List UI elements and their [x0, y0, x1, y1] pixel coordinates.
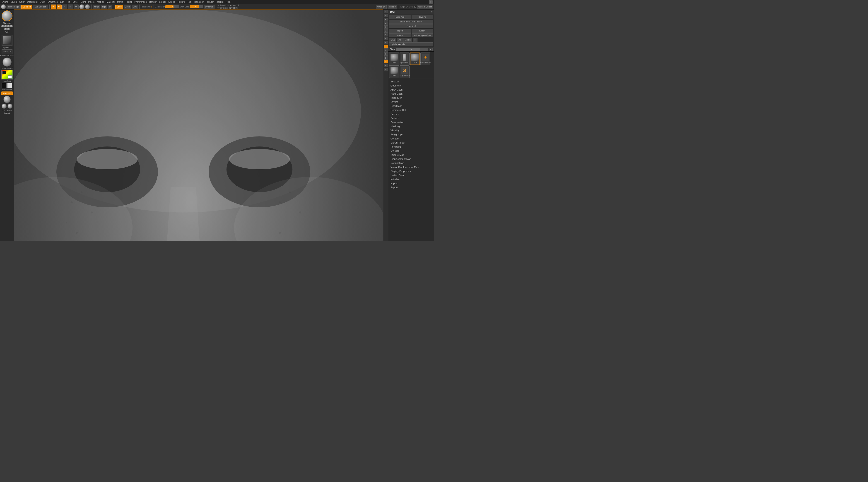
- dot-brush-6[interactable]: [7, 28, 10, 30]
- menu-zscript[interactable]: Zscript: [215, 1, 224, 3]
- lightbox-button[interactable]: LightBox: [21, 5, 32, 9]
- menu-item-display-properties[interactable]: Display Properties: [388, 169, 434, 173]
- clara-slider[interactable]: 48: [396, 48, 428, 51]
- zsub-button[interactable]: Zsub: [124, 5, 131, 9]
- r-button[interactable]: R: [413, 38, 418, 42]
- right-strip-btn-3[interactable]: ◈: [384, 18, 388, 21]
- menu-texture[interactable]: Texture: [176, 1, 186, 3]
- standard-brush-icon[interactable]: [2, 10, 12, 21]
- menu-item-surface[interactable]: Surface: [388, 116, 434, 120]
- menu-item-displacement-map[interactable]: Displacement Map: [388, 157, 434, 161]
- dot-brush-1[interactable]: [1, 25, 4, 27]
- right-strip-btn-gyzo[interactable]: G: [384, 44, 388, 48]
- clone-button[interactable]: Clone: [389, 33, 411, 37]
- material-sphere[interactable]: [79, 4, 84, 9]
- menu-macro[interactable]: Macro: [87, 1, 96, 3]
- menu-color[interactable]: Color: [18, 1, 26, 3]
- right-strip-btn-15[interactable]: ⊕: [384, 64, 388, 67]
- dynamic-button[interactable]: Dynamic: [204, 5, 215, 9]
- right-strip-btn-12[interactable]: ⊡: [384, 52, 388, 56]
- liveboolean-button[interactable]: Live Boolean: [33, 5, 48, 9]
- menu-item-nanomesh[interactable]: NanoMesh: [388, 92, 434, 96]
- menu-material[interactable]: Material: [105, 1, 116, 3]
- menu-zplugin[interactable]: Zplugin: [206, 1, 215, 3]
- menu-item-visibility[interactable]: Visibility: [388, 128, 434, 132]
- menu-preferences[interactable]: Preferences: [133, 1, 148, 3]
- menu-movie[interactable]: Movie: [116, 1, 124, 3]
- color-swatch[interactable]: [1, 70, 13, 79]
- close-icon[interactable]: ✕: [429, 0, 433, 4]
- tool-thumb-clara-3[interactable]: Clara: [389, 65, 399, 78]
- alpha-thumbnail[interactable]: [2, 35, 12, 46]
- rotate-button[interactable]: ↻: [73, 4, 79, 9]
- scale-button[interactable]: ⊞: [68, 4, 73, 9]
- menu-item-vector-displacement-map[interactable]: Vector Displacement Map: [388, 165, 434, 169]
- redo-button[interactable]: Redo 0: [388, 5, 397, 9]
- texture-thumbnail[interactable]: Texture Off: [2, 50, 12, 54]
- menu-file[interactable]: File: [65, 1, 71, 3]
- menu-stencil[interactable]: Stencil: [158, 1, 167, 3]
- right-strip-btn-11[interactable]: ⊞: [384, 49, 388, 52]
- edit-button[interactable]: ✏: [51, 4, 56, 9]
- right-strip-btn-13[interactable]: ◧: [384, 56, 388, 60]
- menu-draw[interactable]: Draw: [39, 1, 46, 3]
- menu-item-import-bottom[interactable]: Import: [388, 181, 434, 185]
- right-strip-btn-14[interactable]: ⊞: [384, 60, 388, 63]
- zbrush-orb[interactable]: [1, 4, 6, 9]
- menu-render[interactable]: Render: [148, 1, 158, 3]
- menu-tool[interactable]: Tool: [186, 1, 192, 3]
- dot-brush-4[interactable]: [10, 25, 13, 27]
- goz-button[interactable]: GoZ: [389, 38, 396, 42]
- lightbox-tools-button[interactable]: Lightbox▶Tools: [389, 42, 433, 46]
- tool-thumb-simplebrush[interactable]: S SimpleBrush: [400, 65, 409, 78]
- menu-help[interactable]: Help: [225, 1, 232, 3]
- right-strip-btn-9[interactable]: ⊕: [384, 41, 388, 44]
- close-panel-icon[interactable]: ✕: [431, 11, 433, 13]
- menu-brush[interactable]: Brush: [10, 1, 18, 3]
- menu-item-preview[interactable]: Preview: [388, 112, 434, 116]
- menu-item-contact[interactable]: Contact: [388, 136, 434, 140]
- menu-light[interactable]: Light: [80, 1, 87, 3]
- export-button[interactable]: Export: [411, 29, 433, 33]
- menu-item-geometry[interactable]: Geometry: [388, 84, 434, 88]
- menu-item-arraymesh[interactable]: ArrayMesh: [388, 88, 434, 92]
- right-strip-btn-16[interactable]: ⊗: [384, 68, 388, 71]
- mrgb-button[interactable]: Mrgb: [93, 5, 100, 9]
- tool-thumb-polymesh3d[interactable]: ✦ PolyMesh3D: [421, 53, 430, 65]
- menu-item-normal-map[interactable]: Normal Map: [388, 161, 434, 165]
- load-tools-from-project-button[interactable]: Load Tools From Project: [389, 20, 433, 24]
- menu-item-initialize[interactable]: Initialize: [388, 177, 434, 181]
- menu-picker[interactable]: Picker: [125, 1, 133, 3]
- document-sphere[interactable]: [85, 4, 90, 9]
- make-polymesh3d-button[interactable]: Make PolyMesh3D: [411, 33, 433, 37]
- import-button[interactable]: Import: [389, 29, 411, 33]
- clara-r-button[interactable]: R: [429, 48, 433, 51]
- dot-brush-2[interactable]: [4, 25, 7, 27]
- menu-item-deformation[interactable]: Deformation: [388, 120, 434, 124]
- menu-layer[interactable]: Layer: [71, 1, 80, 3]
- switch-color-swatch-white[interactable]: [7, 83, 12, 88]
- menu-item-unified-skin[interactable]: Unified Skin: [388, 173, 434, 177]
- z-intensity-slider[interactable]: 25: [165, 5, 179, 8]
- menu-edit[interactable]: Edit: [59, 1, 65, 3]
- right-strip-btn-8[interactable]: ✦: [384, 37, 388, 40]
- right-strip-btn-4[interactable]: ◉: [384, 22, 388, 25]
- cust1-button[interactable]: [2, 104, 6, 109]
- dot-brush-3[interactable]: [7, 25, 10, 27]
- menu-dynamics[interactable]: Dynamics: [46, 1, 59, 3]
- m-button[interactable]: M: [108, 5, 113, 9]
- menu-item-morph-target[interactable]: Morph Target: [388, 140, 434, 145]
- undo-button[interactable]: Undo 14: [376, 5, 387, 9]
- right-strip-btn-2[interactable]: ⊞: [384, 14, 388, 17]
- tool-thumb-clara-selected[interactable]: Clara: [410, 53, 420, 65]
- menu-item-polypaint[interactable]: Polypaint: [388, 145, 434, 149]
- right-strip-btn-5[interactable]: ⟳: [384, 25, 388, 29]
- right-strip-btn-1[interactable]: ▪: [384, 10, 388, 13]
- menu-item-masking[interactable]: Masking: [388, 124, 434, 128]
- zint-button[interactable]: Zint: [132, 5, 138, 9]
- dot-brush-5[interactable]: [4, 28, 7, 30]
- menu-item-layers[interactable]: Layers: [388, 100, 434, 104]
- save-as-button[interactable]: Save As: [411, 15, 433, 19]
- rgb-button[interactable]: Rgb: [101, 5, 107, 9]
- tool-thumb-clara-1[interactable]: Clara: [389, 53, 399, 65]
